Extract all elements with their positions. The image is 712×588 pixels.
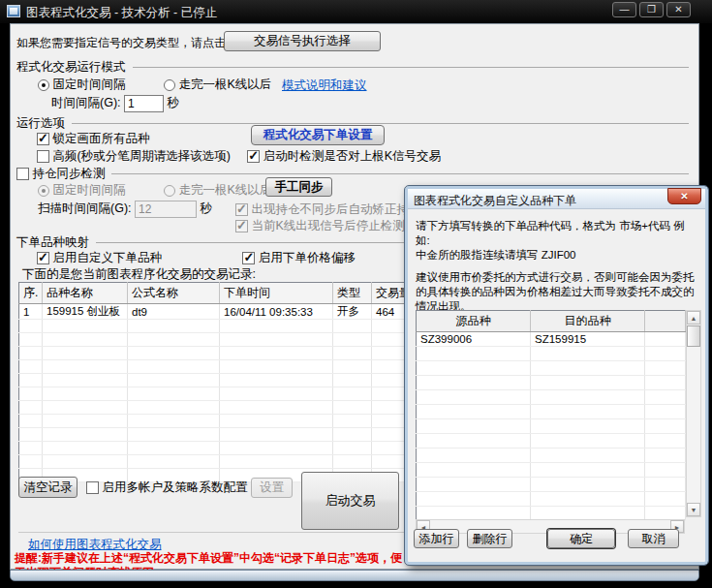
dialog-title-bar: 图表程式化交易自定义品种下单 ✕	[408, 189, 705, 209]
table-empty-row	[417, 376, 686, 390]
radio-fixed-interval-label[interactable]: 固定时间间隔	[52, 77, 125, 91]
interval-unit: 秒	[168, 96, 180, 109]
table-row[interactable]: SZ399006SZ159915	[417, 332, 686, 347]
scan-interval-label: 扫描时间间隔(G):	[38, 201, 132, 215]
close-button[interactable]: ✕	[666, 2, 691, 17]
column-header[interactable]: 品种名称	[43, 283, 128, 304]
group-run-mode-title: 程式化交易运行模式	[16, 59, 126, 76]
table-cell	[531, 419, 645, 434]
table-empty-row	[417, 361, 686, 376]
cancel-button[interactable]: 取消	[628, 529, 679, 548]
table-cell	[531, 390, 645, 405]
start-trading-button[interactable]: 启动交易	[301, 472, 399, 530]
add-row-button[interactable]: 添加行	[414, 529, 459, 548]
table-cell	[417, 361, 531, 376]
ok-button[interactable]: 确定	[547, 529, 615, 548]
group-run-options-title: 运行选项	[16, 115, 65, 132]
table-cell	[333, 374, 372, 387]
checkbox-enable-offset[interactable]	[242, 252, 255, 264]
dialog-close-button[interactable]: ✕	[667, 188, 701, 204]
table-cell[interactable]: 159915 创业板	[43, 304, 128, 320]
auto-correct-row: 出现持仓不同步后自动矫正持仓	[235, 201, 420, 218]
vertical-scrollbar[interactable]: ▲ ▼	[686, 310, 701, 517]
table-cell	[43, 387, 128, 401]
stop-detect-row: 当前K线出现信号后停止检测	[235, 218, 405, 234]
table-empty-row	[417, 434, 686, 449]
table-cell	[220, 387, 333, 401]
checkbox-startup-check-label[interactable]: 启动时检测是否对上根K信号交易	[263, 149, 441, 163]
table-cell	[220, 374, 333, 387]
table-cell[interactable]: SZ159915	[531, 332, 645, 347]
table-empty-row	[417, 405, 686, 419]
checkbox-stop-detect-label: 当前K线出现信号后停止检测	[251, 219, 404, 232]
table-cell	[220, 333, 333, 347]
table-cell	[43, 401, 128, 415]
radio-after-bar[interactable]	[164, 79, 175, 91]
checkbox-lock-all[interactable]	[37, 133, 49, 145]
lock-row: 锁定画面所有品种	[37, 131, 149, 147]
table-cell	[43, 374, 128, 387]
table-cell	[19, 428, 43, 442]
checkbox-enable-custom-label[interactable]: 启用自定义下单品种	[52, 251, 162, 264]
table-empty-row	[417, 449, 686, 463]
checkbox-multi-account-label[interactable]: 启用多帐户及策略系数配置	[102, 480, 247, 494]
mode-help-link[interactable]: 模式说明和建议	[282, 77, 367, 94]
signal-select-button[interactable]: 交易信号执行选择	[224, 31, 381, 51]
maximize-button[interactable]: ❐	[639, 2, 664, 17]
checkbox-multi-account[interactable]	[86, 481, 99, 494]
radio-sync-fixed-interval	[38, 185, 49, 197]
table-cell	[128, 428, 220, 442]
map-table-header-row: 源品种目的品种	[417, 311, 686, 332]
radio-after-bar-label[interactable]: 走完一根K线以后	[178, 77, 271, 91]
column-header[interactable]: 类型	[333, 283, 372, 304]
checkbox-high-freq-label[interactable]: 高频(秒或分笔周期请选择该选项)	[52, 149, 230, 163]
manual-sync-button[interactable]: 手工同步	[265, 177, 332, 197]
column-header[interactable]: 下单时间	[220, 283, 333, 304]
table-cell	[19, 401, 43, 415]
column-header[interactable]: 源品种	[417, 311, 531, 332]
table-cell	[128, 333, 220, 347]
interval-row: 时间间隔(G): 秒	[51, 95, 179, 112]
table-cell	[220, 360, 333, 374]
radio-sync-after-bar-label: 走完一根K线以后	[178, 183, 271, 197]
checkbox-position-sync[interactable]	[16, 168, 29, 180]
scroll-down-icon[interactable]: ▼	[687, 503, 700, 516]
table-cell	[43, 428, 128, 442]
radio-sync-after-bar	[164, 185, 175, 197]
minimize-button[interactable]: —	[612, 2, 636, 17]
table-cell	[19, 387, 43, 401]
checkbox-startup-check[interactable]	[247, 150, 260, 163]
table-cell	[531, 449, 645, 463]
column-header[interactable]: 目的品种	[531, 311, 645, 332]
radio-fixed-interval[interactable]	[38, 79, 49, 91]
interval-input[interactable]	[124, 95, 164, 112]
delete-row-button[interactable]: 删除行	[467, 529, 512, 548]
table-cell[interactable]: dt9	[128, 304, 220, 320]
table-cell	[333, 442, 372, 455]
order-settings-button[interactable]: 程式化交易下单设置	[251, 125, 385, 145]
column-header[interactable]: 序.	[19, 283, 43, 304]
checkbox-enable-custom[interactable]	[37, 252, 49, 264]
group-position-sync-title[interactable]: 持仓同步检测	[32, 166, 105, 182]
table-cell	[19, 455, 43, 469]
table-cell[interactable]: 1	[19, 304, 43, 320]
window-title: 图表程式化交易 - 技术分析 - 已停止	[26, 5, 217, 21]
table-cell	[333, 415, 372, 428]
scrollbar-thumb[interactable]	[687, 325, 700, 347]
table-cell[interactable]: 开多	[333, 304, 372, 320]
table-cell[interactable]: 16/04/11 09:35:33	[220, 304, 333, 320]
table-cell[interactable]: SZ399006	[417, 332, 531, 347]
checkbox-lock-all-label[interactable]: 锁定画面所有品种	[52, 132, 149, 145]
group-separator-line	[72, 123, 689, 124]
scroll-up-icon[interactable]: ▲	[687, 311, 700, 325]
column-header[interactable]	[645, 311, 686, 332]
table-cell[interactable]	[645, 332, 686, 347]
table-cell	[417, 419, 531, 434]
table-cell	[333, 401, 372, 415]
checkbox-high-freq[interactable]	[37, 150, 49, 163]
column-header[interactable]: 公式名称	[128, 283, 220, 304]
table-cell	[128, 320, 220, 333]
checkbox-enable-offset-label[interactable]: 启用下单价格偏移	[259, 251, 356, 264]
clear-records-button[interactable]: 清空记录	[18, 477, 77, 498]
table-cell	[531, 463, 645, 478]
